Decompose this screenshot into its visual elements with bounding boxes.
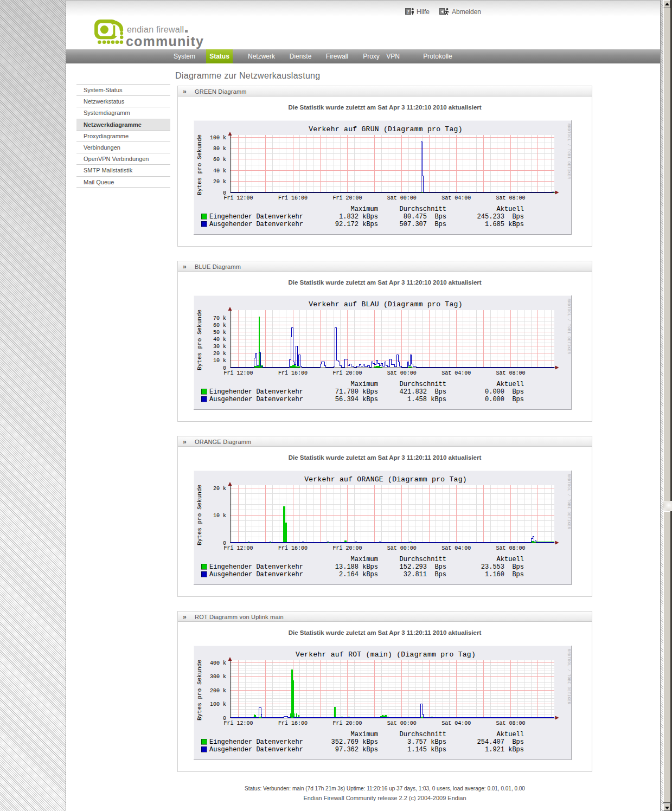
svg-text:Maximum: Maximum: [351, 205, 378, 213]
svg-text:Bytes pro Sekunde: Bytes pro Sekunde: [196, 310, 203, 370]
svg-text:300 k: 300 k: [210, 674, 226, 680]
svg-text:152.293 Bps: 152.293 Bps: [400, 563, 446, 571]
svg-text:Maximum: Maximum: [351, 556, 378, 563]
svg-text:Bytes pro Sekunde: Bytes pro Sekunde: [196, 134, 203, 195]
svg-text:Sat 04:00: Sat 04:00: [441, 370, 471, 376]
svg-text:1.685 kBps: 1.685 kBps: [485, 221, 524, 228]
svg-text:Sat 08:00: Sat 08:00: [496, 720, 526, 726]
svg-text:Verkehr auf ROT (main) (Diagra: Verkehr auf ROT (main) (Diagramm pro Tag…: [296, 651, 476, 659]
svg-text:Bytes pro Sekunde: Bytes pro Sekunde: [196, 660, 203, 720]
svg-text:Fri 20:00: Fri 20:00: [332, 195, 362, 201]
svg-text:Sat 00:00: Sat 00:00: [387, 195, 417, 201]
svg-text:10 k: 10 k: [213, 358, 226, 364]
svg-text:1.832 kBps: 1.832 kBps: [339, 213, 378, 221]
svg-text:20 k: 20 k: [213, 351, 226, 357]
svg-text:0.000 Bps: 0.000 Bps: [485, 388, 524, 396]
svg-text:Bytes pro Sekunde: Bytes pro Sekunde: [196, 485, 203, 545]
svg-text:100 k: 100 k: [210, 701, 226, 707]
svg-text:Ausgehender Datenverkehr: Ausgehender Datenverkehr: [209, 396, 303, 403]
svg-text:Durchschnitt: Durchschnitt: [400, 731, 446, 738]
svg-text:80 k: 80 k: [213, 146, 226, 152]
svg-text:Sat 08:00: Sat 08:00: [496, 370, 526, 376]
svg-text:Aktuell: Aktuell: [497, 731, 524, 738]
svg-text:1.458 kBps: 1.458 kBps: [407, 396, 446, 403]
svg-text:Fri 16:00: Fri 16:00: [278, 195, 308, 201]
svg-text:100 k: 100 k: [210, 135, 226, 141]
svg-text:1.160 Bps: 1.160 Bps: [485, 571, 524, 578]
svg-text:23.553 Bps: 23.553 Bps: [481, 563, 524, 571]
svg-text:Aktuell: Aktuell: [497, 556, 524, 563]
svg-text:200 k: 200 k: [210, 688, 226, 694]
svg-text:40 k: 40 k: [213, 168, 226, 174]
svg-text:Aktuell: Aktuell: [497, 381, 524, 388]
svg-text:Fri 16:00: Fri 16:00: [278, 545, 308, 551]
svg-text:Fri 12:00: Fri 12:00: [224, 195, 253, 201]
svg-text:20 k: 20 k: [213, 179, 226, 185]
svg-text:Durchschnitt: Durchschnitt: [400, 556, 446, 563]
svg-text:254.407 Bps: 254.407 Bps: [477, 738, 524, 746]
svg-text:1.921 kBps: 1.921 kBps: [485, 746, 524, 754]
svg-text:Sat 04:00: Sat 04:00: [441, 720, 471, 726]
svg-text:Verkehr auf BLAU (Diagramm pro: Verkehr auf BLAU (Diagramm pro Tag): [309, 300, 463, 308]
svg-text:Ausgehender Datenverkehr: Ausgehender Datenverkehr: [209, 221, 303, 228]
svg-text:13.188 kBps: 13.188 kBps: [335, 563, 378, 571]
svg-text:Durchschnitt: Durchschnitt: [400, 205, 446, 213]
svg-text:40 k: 40 k: [213, 337, 226, 343]
svg-text:Fri 12:00: Fri 12:00: [224, 545, 253, 551]
svg-text:97.362 kBps: 97.362 kBps: [335, 746, 378, 754]
svg-text:Fri 20:00: Fri 20:00: [332, 545, 362, 551]
svg-text:421.832 Bps: 421.832 Bps: [400, 388, 446, 396]
svg-text:Verkehr auf ORANGE (Diagramm p: Verkehr auf ORANGE (Diagramm pro Tag): [304, 475, 467, 484]
svg-text:2.164 kBps: 2.164 kBps: [339, 571, 378, 578]
svg-text:56.394 kBps: 56.394 kBps: [335, 396, 378, 403]
svg-text:Fri 20:00: Fri 20:00: [332, 370, 362, 376]
svg-text:Maximum: Maximum: [351, 381, 378, 388]
svg-text:400 k: 400 k: [210, 660, 226, 666]
svg-text:80.475 Bps: 80.475 Bps: [404, 213, 446, 221]
svg-text:60 k: 60 k: [213, 323, 226, 329]
svg-text:20 k: 20 k: [213, 486, 226, 492]
svg-text:50 k: 50 k: [213, 330, 226, 336]
svg-text:Sat 00:00: Sat 00:00: [387, 720, 417, 726]
svg-text:Eingehender Datenverkehr: Eingehender Datenverkehr: [209, 388, 303, 396]
svg-text:RRDTOOL / TOBI OETIKER: RRDTOOL / TOBI OETIKER: [567, 124, 571, 179]
svg-text:Sat 00:00: Sat 00:00: [387, 370, 417, 376]
svg-text:Sat 04:00: Sat 04:00: [441, 545, 471, 551]
svg-text:352.769 kBps: 352.769 kBps: [331, 738, 378, 746]
svg-text:Fri 16:00: Fri 16:00: [278, 720, 308, 726]
svg-text:70 k: 70 k: [213, 316, 226, 321]
svg-text:RRDTOOL / TOBI OETIKER: RRDTOOL / TOBI OETIKER: [567, 649, 571, 705]
svg-text:Fri 16:00: Fri 16:00: [278, 370, 308, 376]
svg-text:60 k: 60 k: [213, 157, 226, 163]
svg-text:Eingehender Datenverkehr: Eingehender Datenverkehr: [209, 563, 303, 571]
svg-text:Sat 08:00: Sat 08:00: [496, 545, 526, 551]
svg-text:?: ?: [407, 9, 409, 15]
svg-text:Fri 12:00: Fri 12:00: [224, 370, 253, 376]
svg-text:0.000 Bps: 0.000 Bps: [485, 396, 524, 403]
svg-text:32.811 Bps: 32.811 Bps: [404, 571, 446, 578]
svg-text:92.172 kBps: 92.172 kBps: [335, 221, 378, 228]
svg-text:507.307 Bps: 507.307 Bps: [400, 221, 446, 228]
svg-text:71.780 kBps: 71.780 kBps: [335, 388, 378, 396]
svg-text:30 k: 30 k: [213, 344, 226, 350]
svg-text:245.233 Bps: 245.233 Bps: [477, 213, 524, 221]
svg-text:Ausgehender Datenverkehr: Ausgehender Datenverkehr: [209, 746, 303, 754]
svg-text:Durchschnitt: Durchschnitt: [400, 381, 446, 388]
svg-text:Fri 20:00: Fri 20:00: [332, 720, 362, 726]
svg-text:Maximum: Maximum: [351, 731, 378, 738]
svg-text:Verkehr auf GRÜN (Diagramm pro: Verkehr auf GRÜN (Diagramm pro Tag): [309, 125, 463, 133]
svg-text:10 k: 10 k: [213, 513, 226, 519]
svg-text:RRDTOOL / TOBI OETIKER: RRDTOOL / TOBI OETIKER: [567, 474, 571, 530]
svg-text:Sat 00:00: Sat 00:00: [387, 545, 417, 551]
svg-text:RRDTOOL / TOBI OETIKER: RRDTOOL / TOBI OETIKER: [567, 299, 571, 355]
svg-text:Ausgehender Datenverkehr: Ausgehender Datenverkehr: [209, 571, 303, 578]
svg-text:3.757 kBps: 3.757 kBps: [407, 738, 446, 746]
svg-text:1.145 kBps: 1.145 kBps: [407, 746, 446, 754]
svg-text:Sat 04:00: Sat 04:00: [441, 195, 471, 201]
svg-text:Eingehender Datenverkehr: Eingehender Datenverkehr: [209, 213, 303, 221]
svg-text:Eingehender Datenverkehr: Eingehender Datenverkehr: [209, 738, 303, 746]
svg-text:Fri 12:00: Fri 12:00: [224, 720, 253, 726]
svg-text:Aktuell: Aktuell: [497, 205, 524, 213]
svg-text:Sat 08:00: Sat 08:00: [496, 195, 526, 201]
